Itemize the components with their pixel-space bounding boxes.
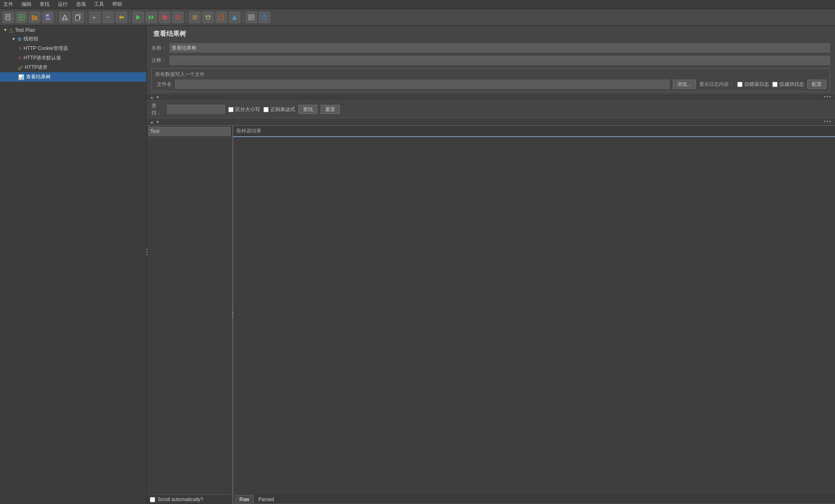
menu-edit[interactable]: 编辑 xyxy=(20,0,33,9)
sidebar-resize-handle[interactable] xyxy=(145,249,148,255)
tab-parsed[interactable]: Parsed xyxy=(254,495,279,504)
save-button[interactable] xyxy=(42,12,54,23)
name-row: 名称： xyxy=(147,42,835,54)
scroll-auto-label: Scroll automatically? xyxy=(158,497,203,502)
error-only-checkbox[interactable] xyxy=(737,82,743,87)
success-only-label: 仅成功日志 xyxy=(779,81,804,88)
browse-button[interactable]: 浏览... xyxy=(673,80,696,89)
list-button[interactable] xyxy=(246,12,257,23)
handle-dot-2 xyxy=(232,315,233,316)
comment-input[interactable] xyxy=(170,56,830,65)
search-input[interactable] xyxy=(167,105,225,114)
arrow-up-2[interactable]: ▲ xyxy=(150,120,154,124)
svg-point-23 xyxy=(177,17,179,18)
dot-3 xyxy=(146,254,147,255)
svg-rect-8 xyxy=(46,14,49,17)
svg-marker-19 xyxy=(149,15,151,20)
svg-marker-20 xyxy=(151,15,154,20)
sampler-result-label: 取样器结果 xyxy=(237,128,261,134)
case-sensitive-label: 区分大小写 xyxy=(235,106,260,113)
arrow-down-1[interactable]: ▼ xyxy=(156,95,160,99)
sidebar-item-http-defaults[interactable]: ✕ HTTP请求默认值 xyxy=(0,53,146,63)
main-layout: ▼ △ Test Plan ▼ ⚙ 线程组 ✕ HTTP Cookie管理器 ✕… xyxy=(0,26,835,504)
name-input[interactable] xyxy=(170,43,830,52)
plugin-button[interactable] xyxy=(229,12,240,23)
more-dots-1[interactable]: ••• xyxy=(824,94,832,100)
run-button[interactable] xyxy=(132,12,144,23)
expand-button[interactable]: + xyxy=(89,12,101,23)
separator-5 xyxy=(243,12,243,22)
text-dropdown[interactable]: Text RegExp Tester CSS/JQuery Tester XPa… xyxy=(148,127,231,136)
svg-marker-18 xyxy=(136,15,140,20)
left-panel-body xyxy=(147,137,232,495)
center-drag-handle[interactable] xyxy=(231,312,234,318)
config-button[interactable]: 配置 xyxy=(807,80,826,89)
menu-file[interactable]: 文件 xyxy=(2,0,15,9)
svg-rect-27 xyxy=(220,14,222,16)
paste-button[interactable] xyxy=(215,12,227,23)
result-tab-bar: Raw Parsed xyxy=(233,494,835,504)
file-name-input[interactable] xyxy=(175,80,669,89)
svg-point-25 xyxy=(206,15,210,17)
run-no-pause-button[interactable] xyxy=(146,12,157,23)
open-button[interactable] xyxy=(29,12,40,23)
sidebar-item-thread-group[interactable]: ▼ ⚙ 线程组 xyxy=(0,34,146,44)
right-panel-body xyxy=(233,137,835,494)
handle-dot-3 xyxy=(232,317,233,318)
success-only-checkbox[interactable] xyxy=(772,82,778,87)
file-section: 所有数据写入一个文件 文件名 浏览... 显示日志内容： 仅错误日志 仅成功日志… xyxy=(151,68,830,92)
shutdown-button[interactable] xyxy=(172,12,184,23)
svg-rect-15 xyxy=(76,16,79,20)
sidebar-item-http-cookie[interactable]: ✕ HTTP Cookie管理器 xyxy=(0,44,146,53)
svg-text:−: − xyxy=(106,14,109,20)
comment-label: 注释： xyxy=(151,57,166,64)
split-area: Text RegExp Tester CSS/JQuery Tester XPa… xyxy=(147,125,835,504)
menu-help[interactable]: 帮助 xyxy=(111,0,124,9)
menu-find[interactable]: 查找 xyxy=(38,0,51,9)
left-panel-header: Text RegExp Tester CSS/JQuery Tester XPa… xyxy=(147,126,232,137)
regex-wrap: 正则表达式 xyxy=(263,106,295,113)
regex-checkbox[interactable] xyxy=(263,107,269,112)
divider-row-1: ▲ ▼ ••• xyxy=(147,93,835,101)
scroll-auto-checkbox[interactable] xyxy=(150,497,155,502)
toggle-button[interactable] xyxy=(116,12,127,23)
svg-point-11 xyxy=(66,18,68,20)
right-panel: 取样器结果 Raw Parsed xyxy=(233,126,835,504)
file-row: 文件名 浏览... 显示日志内容： 仅错误日志 仅成功日志 配置 xyxy=(155,80,826,89)
svg-line-12 xyxy=(63,15,65,19)
menu-run[interactable]: 运行 xyxy=(56,0,69,9)
tab-raw[interactable]: Raw xyxy=(235,495,254,504)
reset-button[interactable]: 重置 xyxy=(321,105,340,114)
separator-3 xyxy=(130,12,130,22)
case-sensitive-checkbox[interactable] xyxy=(228,107,234,112)
divider-row-2: ▲ ▼ ••• xyxy=(147,118,835,125)
menu-tools[interactable]: 工具 xyxy=(92,0,106,9)
file-name-label: 文件名 xyxy=(155,81,172,88)
more-dots-2[interactable]: ••• xyxy=(824,119,832,125)
menu-options[interactable]: 选项 xyxy=(74,0,88,9)
case-sensitive-wrap: 区分大小写 xyxy=(228,106,260,113)
sidebar-item-http-request[interactable]: 🖊 HTTP请求 xyxy=(0,63,146,72)
templates-button[interactable] xyxy=(16,12,27,23)
error-only-label: 仅错误日志 xyxy=(744,81,769,88)
find-button[interactable]: 查找 xyxy=(298,105,317,114)
settings-button[interactable] xyxy=(189,12,201,23)
copy-button[interactable] xyxy=(72,12,84,23)
arrow-down-2[interactable]: ▼ xyxy=(156,120,160,124)
separator-1 xyxy=(56,12,57,22)
sidebar-item-test-plan[interactable]: ▼ △ Test Plan xyxy=(0,26,146,34)
svg-rect-9 xyxy=(46,18,50,20)
sidebar: ▼ △ Test Plan ▼ ⚙ 线程组 ✕ HTTP Cookie管理器 ✕… xyxy=(0,26,147,504)
new-test-plan-button[interactable] xyxy=(2,12,14,23)
collapse-button[interactable]: − xyxy=(102,12,114,23)
svg-text:?: ? xyxy=(264,15,266,20)
stop-button[interactable] xyxy=(159,12,170,23)
left-panel-footer: Scroll automatically? xyxy=(147,495,232,504)
sidebar-item-view-results[interactable]: 📊 查看结果树 xyxy=(0,72,146,82)
jar-button[interactable] xyxy=(202,12,214,23)
help-button[interactable]: ? xyxy=(259,12,270,23)
cut-button[interactable] xyxy=(59,12,71,23)
toolbar: + − ? xyxy=(0,9,835,26)
svg-marker-28 xyxy=(232,15,237,20)
arrow-up-1[interactable]: ▲ xyxy=(150,95,154,99)
